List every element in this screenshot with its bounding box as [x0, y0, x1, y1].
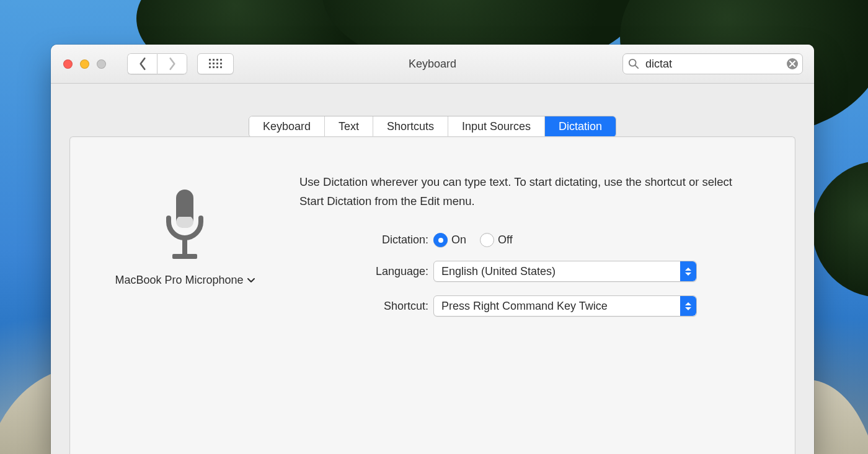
search-container [622, 53, 803, 74]
svg-rect-8 [209, 66, 211, 68]
tab-shortcuts[interactable]: Shortcuts [373, 116, 448, 137]
microphone-icon [161, 190, 208, 263]
svg-rect-18 [176, 214, 193, 217]
close-window-button[interactable] [63, 59, 73, 69]
radio-on-label: On [451, 234, 466, 247]
shortcut-popup[interactable]: Press Right Command Key Twice [433, 295, 697, 316]
svg-rect-20 [172, 254, 197, 259]
label-language: Language: [299, 265, 433, 278]
radio-on-indicator [433, 233, 448, 247]
svg-rect-17 [176, 216, 193, 228]
x-icon [789, 61, 795, 67]
svg-line-13 [636, 66, 639, 69]
radio-off-indicator [480, 233, 494, 247]
microphone-column: MacBook Pro Microphone [92, 190, 278, 287]
back-button[interactable] [127, 53, 157, 74]
language-value: English (United States) [441, 265, 556, 278]
tab-segmented-control: Keyboard Text Shortcuts Input Sources Di… [249, 116, 616, 138]
svg-rect-0 [209, 59, 211, 61]
svg-rect-1 [213, 59, 215, 61]
svg-rect-2 [216, 59, 218, 61]
tab-bar: Keyboard Text Shortcuts Input Sources Di… [51, 116, 814, 138]
settings-form: Use Dictation wherever you can type text… [299, 173, 758, 330]
chevron-down-icon [247, 278, 255, 283]
svg-rect-19 [182, 239, 187, 254]
radio-dictation-on[interactable]: On [433, 233, 466, 247]
shortcut-value: Press Right Command Key Twice [441, 300, 608, 313]
tab-keyboard[interactable]: Keyboard [249, 116, 325, 137]
microphone-selector[interactable]: MacBook Pro Microphone [115, 274, 254, 287]
svg-rect-11 [220, 66, 222, 68]
svg-rect-4 [209, 63, 211, 64]
grid-icon [209, 59, 223, 69]
clear-search-button[interactable] [787, 58, 798, 69]
toolbar: Keyboard [51, 45, 814, 84]
svg-rect-5 [213, 63, 215, 64]
label-dictation: Dictation: [299, 234, 433, 247]
row-language: Language: English (United States) [299, 261, 758, 282]
svg-rect-3 [220, 59, 222, 61]
svg-point-12 [629, 59, 636, 66]
desktop-background: Keyboard Keyboard Text [0, 0, 868, 454]
popup-arrows-icon [680, 261, 696, 281]
window-controls [63, 59, 106, 69]
svg-rect-10 [216, 66, 218, 68]
content-panel: MacBook Pro Microphone Use Dictation whe… [69, 136, 795, 454]
chevron-right-icon [168, 57, 177, 71]
radio-off-label: Off [498, 234, 513, 247]
radio-dictation-off[interactable]: Off [480, 233, 513, 247]
preferences-window: Keyboard Keyboard Text [51, 45, 814, 454]
svg-rect-9 [213, 66, 215, 68]
tab-dictation[interactable]: Dictation [545, 116, 616, 137]
tree-foliage [812, 161, 868, 297]
search-icon [628, 58, 639, 69]
tab-text[interactable]: Text [325, 116, 373, 137]
svg-rect-6 [216, 63, 218, 64]
microphone-name: MacBook Pro Microphone [115, 274, 243, 287]
dictation-description: Use Dictation wherever you can type text… [299, 173, 746, 211]
svg-rect-7 [220, 63, 222, 64]
tab-input-sources[interactable]: Input Sources [448, 116, 545, 137]
popup-arrows-icon [680, 296, 696, 316]
forward-button[interactable] [157, 53, 187, 74]
language-popup[interactable]: English (United States) [433, 261, 697, 282]
nav-back-forward [127, 53, 187, 74]
zoom-window-button[interactable] [97, 59, 106, 69]
label-shortcut: Shortcut: [299, 300, 433, 313]
row-dictation-toggle: Dictation: On Off [299, 233, 758, 247]
minimize-window-button[interactable] [80, 59, 89, 69]
row-shortcut: Shortcut: Press Right Command Key Twice [299, 295, 758, 316]
chevron-left-icon [138, 57, 147, 71]
search-input[interactable] [622, 53, 803, 74]
show-all-button[interactable] [197, 53, 234, 74]
